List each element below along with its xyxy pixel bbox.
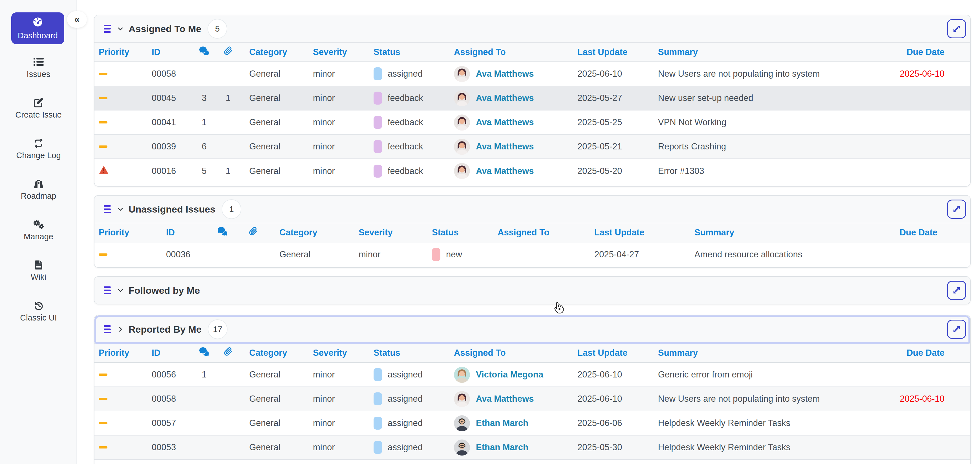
last-update-cell: 2025-06-06: [573, 411, 654, 435]
comment-count: 3: [197, 86, 211, 110]
issue-row[interactable]: 000411GeneralminorfeedbackAva Matthews20…: [94, 110, 971, 135]
assignee-link[interactable]: Ava Matthews: [476, 117, 534, 127]
edit-icon: [33, 97, 44, 108]
collapse-chevron-icon[interactable]: [117, 206, 124, 213]
column-header-due-date[interactable]: Due Date: [845, 343, 971, 362]
expand-panel-button[interactable]: [947, 320, 966, 339]
column-header-priority[interactable]: Priority: [94, 343, 148, 362]
comment-count: [197, 387, 211, 411]
column-header-due-date[interactable]: Due Date: [845, 43, 971, 62]
column-header-last-update[interactable]: Last Update: [573, 343, 654, 362]
column-header-assigned-to[interactable]: Assigned To: [450, 343, 573, 362]
column-header-priority[interactable]: Priority: [94, 223, 162, 242]
severity-cell: minor: [309, 110, 369, 135]
history-icon: [33, 300, 44, 311]
sidebar-item-issues[interactable]: Issues: [0, 57, 77, 79]
column-header-status[interactable]: Status: [428, 223, 493, 242]
assignee-link[interactable]: Ethan March: [476, 418, 528, 428]
column-header-severity[interactable]: Severity: [355, 223, 428, 242]
sidebar-collapse-button[interactable]: «: [67, 11, 87, 28]
column-header-severity[interactable]: Severity: [309, 343, 369, 362]
column-header-last-update[interactable]: Last Update: [573, 43, 654, 62]
column-header-status[interactable]: Status: [369, 43, 450, 62]
category-cell: General: [245, 362, 309, 387]
drag-handle-icon[interactable]: [104, 205, 111, 213]
column-header-summary[interactable]: Summary: [654, 43, 845, 62]
drag-handle-icon[interactable]: [104, 25, 111, 33]
category-cell: General: [245, 411, 309, 435]
assignee-link[interactable]: Ethan March: [476, 442, 528, 453]
issue-row[interactable]: 000561GeneralminorassignedVictoria Megon…: [94, 362, 971, 387]
expand-panel-button[interactable]: [947, 19, 966, 38]
column-header-severity[interactable]: Severity: [309, 43, 369, 62]
column-header-summary[interactable]: Summary: [654, 343, 845, 362]
collapse-chevron-icon[interactable]: [117, 287, 124, 294]
assignee-link[interactable]: Ava Matthews: [476, 69, 534, 79]
expand-panel-button[interactable]: [947, 281, 966, 300]
column-header-id[interactable]: ID: [162, 223, 214, 242]
collapse-chevron-icon[interactable]: [117, 326, 124, 333]
assignee-link[interactable]: Ava Matthews: [476, 93, 534, 103]
due-date-cell: [846, 242, 971, 266]
attachment-count: [211, 411, 245, 435]
sidebar-item-classic-ui[interactable]: Classic UI: [0, 300, 77, 323]
status-color-chip: [374, 368, 382, 381]
column-header-category[interactable]: Category: [245, 43, 309, 62]
column-header-last-update[interactable]: Last Update: [590, 223, 690, 242]
column-header-assigned-to[interactable]: Assigned To: [493, 223, 590, 242]
column-header-category[interactable]: Category: [245, 343, 309, 362]
column-header-priority[interactable]: Priority: [94, 43, 148, 62]
drag-handle-icon[interactable]: [104, 286, 111, 294]
issue-row[interactable]: 000396GeneralminorfeedbackAva Matthews20…: [94, 135, 971, 159]
table-header-row: PriorityIDCategorySeverityStatusAssigned…: [94, 43, 971, 62]
expand-icon: [951, 285, 962, 296]
issue-row[interactable]: 0001651GeneralminorfeedbackAva Matthews2…: [94, 159, 971, 183]
comment-count: 1: [197, 362, 211, 387]
drag-handle-icon[interactable]: [104, 325, 111, 333]
assignee-avatar: [454, 114, 470, 130]
column-header-category[interactable]: Category: [275, 223, 355, 242]
issue-row[interactable]: 0004531GeneralminorfeedbackAva Matthews2…: [94, 86, 971, 110]
summary-cell: New Users are not populating into system: [654, 387, 845, 411]
panel-count-badge: 17: [208, 319, 228, 339]
issue-row[interactable]: 00057GeneralminorassignedEthan March2025…: [94, 411, 971, 435]
sidebar-item-manage[interactable]: Manage: [0, 219, 77, 241]
last-update-cell: 2025-06-10: [573, 362, 654, 387]
repeat-icon: [33, 138, 44, 148]
status-color-chip: [432, 248, 441, 261]
column-header-id[interactable]: ID: [148, 343, 197, 362]
severity-cell: minor: [355, 242, 428, 266]
column-header-id[interactable]: ID: [148, 43, 197, 62]
column-header-status[interactable]: Status: [369, 343, 450, 362]
assignee-avatar: [454, 415, 470, 431]
issue-id: 00045: [148, 86, 197, 110]
expand-panel-button[interactable]: [947, 200, 966, 219]
issue-row[interactable]: 00036Generalminornew2025-04-27Amend reso…: [94, 242, 971, 266]
last-update-cell: 2025-05-30: [573, 435, 654, 459]
sidebar-item-create-issue[interactable]: Create Issue: [0, 97, 77, 119]
issue-row[interactable]: 00058GeneralminorassignedAva Matthews202…: [94, 387, 971, 411]
severity-cell: minor: [309, 135, 369, 159]
last-update-cell: 2025-06-10: [573, 62, 654, 86]
issue-row[interactable]: 00058GeneralminorassignedAva Matthews202…: [94, 62, 971, 86]
column-header-assigned-to[interactable]: Assigned To: [450, 43, 573, 62]
assignee-avatar: [454, 66, 470, 82]
sidebar-item-dashboard[interactable]: Dashboard: [11, 13, 64, 44]
sidebar-item-roadmap[interactable]: Roadmap: [0, 179, 77, 201]
summary-cell: VPN Not Working: [654, 110, 845, 135]
sidebar-item-wiki[interactable]: Wiki: [0, 260, 77, 282]
issue-row[interactable]: 00053GeneralminorassignedEthan March2025…: [94, 435, 971, 459]
column-header-summary[interactable]: Summary: [690, 223, 846, 242]
assignee-link[interactable]: Ava Matthews: [476, 166, 534, 176]
attachment-count: [211, 387, 245, 411]
severity-cell: minor: [309, 159, 369, 183]
assignee-link[interactable]: Victoria Megona: [476, 370, 543, 380]
status-color-chip: [374, 140, 382, 153]
assignee-link[interactable]: Ava Matthews: [476, 394, 534, 404]
sidebar-item-change-log[interactable]: Change Log: [0, 138, 77, 160]
expand-icon: [951, 324, 962, 335]
column-header-due-date[interactable]: Due Date: [846, 223, 971, 242]
attachment-count: [211, 110, 245, 135]
collapse-chevron-icon[interactable]: [117, 25, 124, 32]
assignee-link[interactable]: Ava Matthews: [476, 141, 534, 152]
